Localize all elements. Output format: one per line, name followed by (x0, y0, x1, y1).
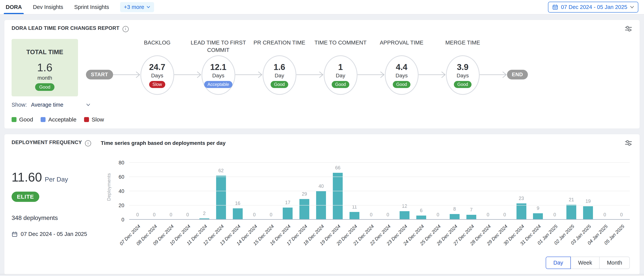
sliders-icon[interactable] (624, 25, 632, 33)
date-range-picker[interactable]: 07 Dec 2024 - 05 Jan 2025 (548, 2, 638, 13)
deployment-count: 348 deployments (12, 214, 101, 221)
bar-value-label: 0 (604, 212, 606, 217)
bar[interactable] (566, 205, 576, 220)
bar-value-label: 29 (302, 191, 307, 197)
stage-circle: 3.9DaysGood (446, 55, 480, 95)
flow-start-pill: START (86, 70, 113, 79)
stage-status-badge: Good (454, 81, 471, 88)
bar[interactable] (583, 206, 593, 220)
stage-circle: 12.1DaysAcceptable (202, 55, 235, 95)
bar[interactable] (533, 213, 543, 220)
total-time-unit: month (12, 75, 78, 81)
bar[interactable] (450, 214, 460, 220)
stage-status-badge: Slow (149, 81, 166, 88)
bar-slot: 005 Jan 2025 (613, 163, 630, 220)
granularity-day[interactable]: Day (546, 257, 571, 269)
stage-value: 1.6 (274, 62, 285, 72)
stage-status-badge: Good (270, 81, 288, 88)
stage-value: 24.7 (149, 62, 166, 72)
stage-backlog: BACKLOG24.7DaysSlow (140, 39, 174, 95)
bar-value-label: 0 (436, 212, 439, 217)
stage-circle: 1.6DayGood (262, 55, 296, 95)
legend-item-acceptable: Acceptable (40, 116, 76, 123)
bar-value-label: 8 (453, 206, 456, 212)
tab-dev-insights[interactable]: Dev Insights (33, 0, 63, 14)
stage-unit: Days (457, 73, 469, 79)
status-legend: GoodAcceptableSlow (12, 116, 632, 123)
bar-chart-plot: Deployments 007 Dec 2024008 Dec 2024009 … (129, 163, 630, 220)
top-tab-bar: DORADev InsightsSprint Insights +3 more … (0, 0, 644, 15)
bar-slot: 001 Jan 2025 (546, 163, 563, 220)
stage-pr-creation-time: PR CREATION TIME1.6DayGood (262, 39, 296, 95)
deployment-stats: 11.60 Per Day ELITE 348 deployments 07 D… (12, 149, 101, 269)
tab-dora[interactable]: DORA (6, 0, 22, 14)
stage-status-badge: Good (393, 81, 410, 88)
granularity-month[interactable]: Month (600, 257, 630, 269)
legend-swatch (40, 117, 46, 122)
bar-value-label: 0 (186, 212, 189, 217)
bar[interactable] (516, 203, 526, 220)
bar-slot: 931 Dec 2024 (530, 163, 546, 220)
stage-value: 3.9 (457, 62, 468, 72)
bar-slot: 021 Dec 2024 (363, 163, 380, 220)
lead-time-title: DORA LEAD TIME FOR CHANGES REPORT (12, 25, 119, 31)
bar-slot: 1716 Dec 2024 (279, 163, 296, 220)
flow-arrow-icon (358, 71, 385, 78)
flow-arrow-icon (174, 71, 202, 78)
bar[interactable] (333, 173, 343, 220)
gridline-40 (129, 191, 630, 191)
sliders-icon[interactable] (624, 140, 632, 147)
calendar-icon (552, 4, 558, 10)
stage-value: 1 (338, 62, 343, 72)
bar-slot: 022 Dec 2024 (380, 163, 396, 220)
bar-value-label: 6 (420, 208, 422, 213)
bar-value-label: 0 (370, 212, 372, 217)
flow-arrow-icon (480, 71, 507, 78)
bar[interactable] (233, 208, 243, 220)
bar-slot: 015 Dec 2024 (263, 163, 280, 220)
stage-status-badge: Good (332, 81, 349, 88)
tab-sprint-insights[interactable]: Sprint Insights (74, 0, 109, 14)
bar[interactable] (283, 208, 292, 220)
bar-slot: 6212 Dec 2024 (213, 163, 230, 220)
legend-swatch (12, 117, 16, 122)
stage-value: 4.4 (396, 62, 408, 72)
bar-value-label: 0 (170, 212, 172, 217)
gridline-20 (129, 205, 630, 205)
deployment-rate-unit: Per Day (45, 176, 68, 183)
bar-value-label: 23 (519, 196, 524, 201)
bar-slot: 1120 Dec 2024 (346, 163, 363, 220)
calendar-icon (12, 231, 18, 237)
stage-approval-time: APPROVAL TIME4.4DaysGood (385, 39, 418, 95)
bar-value-label: 40 (318, 183, 324, 189)
bar-slot: 727 Dec 2024 (463, 163, 480, 220)
bar-series: 007 Dec 2024008 Dec 2024009 Dec 2024010 … (129, 163, 630, 220)
info-icon[interactable]: i (122, 26, 129, 32)
granularity-week[interactable]: Week (571, 257, 600, 269)
stage-unit: Days (396, 73, 408, 79)
bar[interactable] (350, 212, 360, 220)
flow-arrow-icon (418, 71, 446, 78)
bar[interactable] (300, 199, 309, 220)
y-tick-20: 20 (118, 203, 124, 209)
bar[interactable] (316, 191, 326, 220)
bar-value-label: 62 (218, 168, 224, 173)
bar-value-label: 0 (153, 212, 156, 217)
bar-slot: 1613 Dec 2024 (230, 163, 246, 220)
bar[interactable] (216, 176, 226, 220)
bar-slot: 010 Dec 2024 (179, 163, 196, 220)
bar[interactable] (400, 211, 410, 220)
lead-time-flow: STARTBACKLOG24.7DaysSlowLEAD TIME TO FIR… (78, 39, 632, 96)
bar-value-label: 7 (470, 207, 473, 213)
gridline-80 (129, 162, 630, 163)
info-icon[interactable]: i (85, 140, 91, 146)
flow-arrow-icon (113, 71, 140, 78)
chevron-down-icon (86, 103, 90, 106)
bar-slot: 025 Dec 2024 (430, 163, 446, 220)
legend-label: Good (19, 116, 33, 123)
more-tabs-button[interactable]: +3 more (120, 2, 154, 12)
bar-slot: 2330 Dec 2024 (513, 163, 530, 220)
show-dropdown[interactable]: Average time (31, 102, 90, 108)
bar-slot: 004 Jan 2025 (596, 163, 613, 220)
stage-circle: 4.4DaysGood (385, 55, 418, 95)
